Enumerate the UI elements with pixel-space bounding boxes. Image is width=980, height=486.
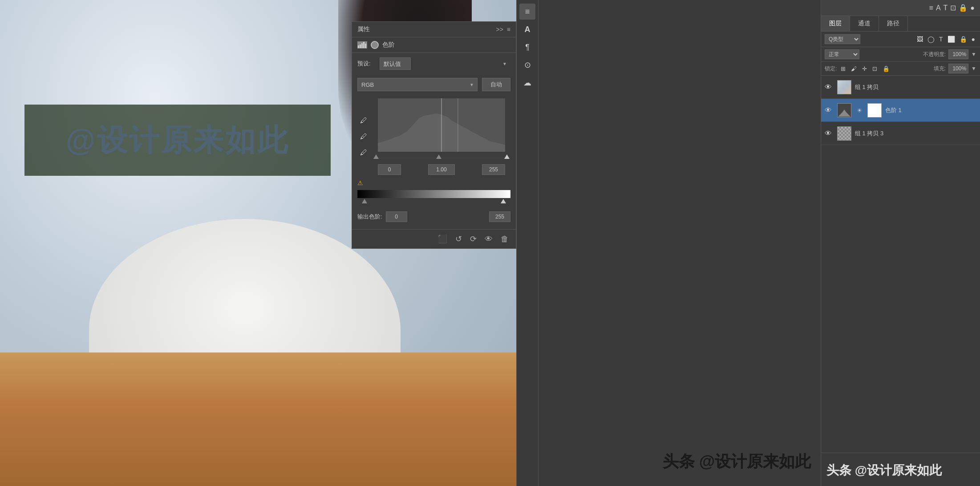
filter-text-icon[interactable]: T [938, 35, 944, 44]
channel-select[interactable]: RGB 红 绿 蓝 [357, 78, 478, 91]
histogram-warning-icon: ⚠ [357, 179, 363, 186]
panel-icon-btn-3[interactable]: T [944, 4, 948, 12]
layer-name: 组 1 拷贝 3 [855, 130, 976, 138]
histogram-section: 🖊 🖊 🖊 [352, 95, 516, 178]
canvas-bottom-text: 头条 @设计原来如此 [663, 452, 811, 470]
panel-icon-btn-4[interactable]: ⊡ [950, 4, 956, 12]
properties-header: 属性 >> ≡ [352, 22, 516, 37]
layer-filter-toolbar: Q类型 名称 效果 🖼 ◯ T ⬜ 🔒 ● [821, 32, 980, 47]
filter-lock-icon[interactable]: 🔒 [958, 35, 968, 44]
properties-bottom-toolbar: ⬛ ↺ ⟳ 👁 🗑 [352, 229, 516, 248]
histogram-svg [378, 98, 505, 152]
filter-shape-icon[interactable]: ⬜ [946, 35, 956, 44]
input-values-row [373, 162, 510, 177]
lock-paint-btn[interactable]: 🖌 [850, 65, 858, 73]
delete-btn[interactable]: 🗑 [499, 234, 510, 245]
tab-channels[interactable]: 通道 [850, 16, 879, 31]
black-point-eyedropper[interactable]: 🖊 [357, 114, 370, 127]
mid-level-input[interactable] [428, 164, 455, 175]
layer-mask-thumbnail [867, 103, 882, 117]
properties-header-icons: >> ≡ [496, 26, 510, 33]
white-input-slider[interactable] [504, 154, 510, 159]
camera-tool-btn[interactable]: ⊙ [519, 57, 535, 73]
black-level-input[interactable] [378, 164, 401, 175]
preset-select[interactable]: 默认值 较暗 较亮 增强对比 [380, 57, 411, 70]
tools-strip: ≡ A ¶ ⊙ ☁ [516, 0, 539, 486]
refresh-btn[interactable]: ↺ [454, 233, 464, 245]
panel-icon-btn-5[interactable]: 🔒 [959, 4, 968, 12]
filter-toggle[interactable]: ● [970, 35, 976, 44]
layer-item[interactable]: 👁 组 1 拷贝 [821, 76, 980, 99]
output-black-input[interactable] [386, 211, 407, 222]
layer-thumb-checker [838, 127, 851, 140]
slider-track [373, 158, 510, 158]
lock-pixels-btn[interactable]: ⊞ [839, 65, 847, 73]
layer-item[interactable]: 👁 组 1 拷贝 3 [821, 122, 980, 145]
lock-all-btn[interactable]: 🔒 [881, 65, 891, 73]
opacity-input[interactable] [948, 49, 968, 59]
reset-btn[interactable]: ⟳ [468, 233, 478, 245]
layer-list: 👁 组 1 拷贝 👁 ☀ [821, 76, 980, 453]
black-input-slider[interactable] [373, 154, 379, 159]
layer-filter-select[interactable]: Q类型 名称 效果 [825, 34, 860, 44]
layer-thumb-photo [838, 81, 851, 94]
lock-row: 锁定: ⊞ 🖌 ✛ ⊡ 🔒 填充: ▼ [821, 62, 980, 76]
layer-name: 色阶 1 [885, 106, 976, 114]
levels-thumb-svg [838, 104, 850, 117]
lock-artboard-btn[interactable]: ⊡ [871, 65, 879, 73]
clip-to-layer-btn[interactable]: ⬛ [436, 233, 449, 245]
properties-menu-btn[interactable]: ≡ [507, 26, 510, 33]
fill-input[interactable] [948, 64, 968, 73]
opacity-dropdown-arrow: ▼ [971, 51, 976, 57]
cloud-tool-btn[interactable]: ☁ [519, 75, 535, 91]
layer-visibility-toggle[interactable]: 👁 [825, 130, 834, 138]
properties-title: 属性 [357, 25, 370, 33]
properties-type-row: 色阶 [352, 37, 516, 53]
white-level-input[interactable] [482, 164, 505, 175]
filter-image-icon[interactable]: 🖼 [915, 35, 924, 44]
right-top-icons: ≡ A T ⊡ 🔒 ● [821, 0, 980, 16]
output-sliders [357, 199, 510, 205]
panel-icon-btn-6[interactable]: ● [970, 4, 975, 12]
blend-mode-select[interactable]: 正常 溶解 变暗 正片叠底 [825, 49, 859, 59]
font-tool-btn[interactable]: A [519, 21, 535, 37]
filter-circle-icon[interactable]: ◯ [926, 35, 936, 44]
layer-thumbnail [837, 80, 851, 94]
lock-move-btn[interactable]: ✛ [861, 65, 868, 73]
visibility-btn[interactable]: 👁 [483, 234, 494, 245]
panel-icon-btn-1[interactable]: ≡ [929, 4, 933, 12]
histogram-display [378, 98, 505, 152]
output-levels-row: 输出色阶: [352, 208, 516, 226]
eyedropper-tools: 🖊 🖊 🖊 [357, 97, 370, 177]
properties-expand-btn[interactable]: >> [496, 26, 503, 33]
output-gradient-bar [357, 190, 510, 198]
tabs-row: 图层 通道 路径 [821, 16, 980, 32]
output-label: 输出色阶: [357, 213, 382, 221]
bottom-branding-text: 头条 @设计原来如此 [826, 463, 942, 477]
white-point-eyedropper[interactable]: 🖊 [357, 146, 370, 159]
layer-visibility-toggle[interactable]: 👁 [825, 106, 834, 114]
blend-mode-wrapper: 正常 溶解 变暗 正片叠底 [825, 49, 920, 59]
layer-item[interactable]: 👁 ☀ 色阶 1 [821, 99, 980, 122]
mid-input-slider[interactable] [436, 154, 441, 159]
output-white-input[interactable] [489, 211, 510, 222]
tab-paths[interactable]: 路径 [879, 16, 908, 31]
paragraph-tool-btn[interactable]: ¶ [519, 39, 535, 55]
adjustment-icon: ☀ [855, 106, 864, 115]
auto-button[interactable]: 自动 [482, 78, 510, 91]
output-black-slider[interactable] [362, 199, 367, 203]
fill-dropdown-arrow: ▼ [971, 65, 976, 72]
gray-point-eyedropper[interactable]: 🖊 [357, 130, 370, 143]
canvas-bottom-watermark: 头条 @设计原来如此 [663, 451, 811, 473]
histogram-warning-row: ⚠ [352, 178, 516, 187]
watermark-text: @设计原来如此 [66, 120, 289, 161]
lock-label: 锁定: [825, 65, 837, 73]
panel-icon-btn-2[interactable]: A [936, 4, 941, 12]
layers-panel-btn[interactable]: ≡ [519, 4, 535, 20]
tab-layers[interactable]: 图层 [821, 16, 850, 31]
desk-decoration [0, 352, 516, 486]
output-white-slider[interactable] [501, 199, 506, 203]
layer-visibility-toggle[interactable]: 👁 [825, 83, 834, 91]
layer-thumb-histogram [838, 104, 851, 117]
bottom-branding-area: 头条 @设计原来如此 [821, 453, 980, 486]
